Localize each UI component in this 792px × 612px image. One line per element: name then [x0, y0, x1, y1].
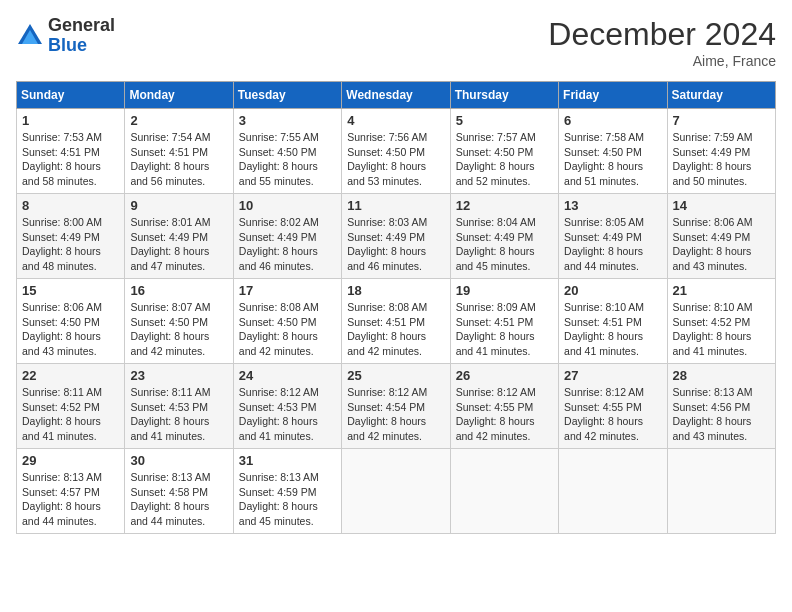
- calendar-cell: 11Sunrise: 8:03 AMSunset: 4:49 PMDayligh…: [342, 194, 450, 279]
- day-info-line: Sunrise: 8:12 AM: [456, 385, 553, 400]
- calendar-cell: 28Sunrise: 8:13 AMSunset: 4:56 PMDayligh…: [667, 364, 775, 449]
- day-info-line: Sunrise: 8:00 AM: [22, 215, 119, 230]
- day-info-line: and 46 minutes.: [239, 259, 336, 274]
- day-info-line: and 42 minutes.: [564, 429, 661, 444]
- day-info-line: Sunrise: 8:13 AM: [673, 385, 770, 400]
- day-info-line: and 42 minutes.: [130, 344, 227, 359]
- day-content: Sunrise: 8:10 AMSunset: 4:51 PMDaylight:…: [564, 300, 661, 359]
- day-info-line: Daylight: 8 hours: [456, 414, 553, 429]
- day-content: Sunrise: 8:08 AMSunset: 4:51 PMDaylight:…: [347, 300, 444, 359]
- day-info-line: Daylight: 8 hours: [130, 159, 227, 174]
- logo-icon: [16, 22, 44, 50]
- day-info-line: Daylight: 8 hours: [347, 329, 444, 344]
- day-info-line: Sunset: 4:51 PM: [22, 145, 119, 160]
- day-info-line: Daylight: 8 hours: [22, 414, 119, 429]
- calendar-cell: 25Sunrise: 8:12 AMSunset: 4:54 PMDayligh…: [342, 364, 450, 449]
- day-info-line: Daylight: 8 hours: [456, 329, 553, 344]
- day-info-line: Sunset: 4:49 PM: [130, 230, 227, 245]
- day-info-line: Sunset: 4:50 PM: [456, 145, 553, 160]
- day-info-line: Sunrise: 8:02 AM: [239, 215, 336, 230]
- day-content: Sunrise: 8:08 AMSunset: 4:50 PMDaylight:…: [239, 300, 336, 359]
- calendar-week-row: 15Sunrise: 8:06 AMSunset: 4:50 PMDayligh…: [17, 279, 776, 364]
- day-info-line: Sunrise: 8:11 AM: [130, 385, 227, 400]
- day-info-line: and 44 minutes.: [22, 514, 119, 529]
- day-info-line: Sunset: 4:59 PM: [239, 485, 336, 500]
- day-info-line: and 45 minutes.: [239, 514, 336, 529]
- weekday-header: Saturday: [667, 82, 775, 109]
- day-content: Sunrise: 7:59 AMSunset: 4:49 PMDaylight:…: [673, 130, 770, 189]
- calendar-body: 1Sunrise: 7:53 AMSunset: 4:51 PMDaylight…: [17, 109, 776, 534]
- day-info-line: Sunset: 4:55 PM: [564, 400, 661, 415]
- day-number: 23: [130, 368, 227, 383]
- day-number: 2: [130, 113, 227, 128]
- day-content: Sunrise: 7:57 AMSunset: 4:50 PMDaylight:…: [456, 130, 553, 189]
- day-info-line: and 47 minutes.: [130, 259, 227, 274]
- day-info-line: and 42 minutes.: [347, 344, 444, 359]
- calendar-cell: 18Sunrise: 8:08 AMSunset: 4:51 PMDayligh…: [342, 279, 450, 364]
- day-content: Sunrise: 8:12 AMSunset: 4:55 PMDaylight:…: [564, 385, 661, 444]
- day-content: Sunrise: 7:58 AMSunset: 4:50 PMDaylight:…: [564, 130, 661, 189]
- day-info-line: and 44 minutes.: [564, 259, 661, 274]
- day-info-line: Daylight: 8 hours: [130, 499, 227, 514]
- day-info-line: Sunrise: 7:53 AM: [22, 130, 119, 145]
- day-info-line: Sunset: 4:49 PM: [564, 230, 661, 245]
- day-number: 15: [22, 283, 119, 298]
- calendar-cell: 15Sunrise: 8:06 AMSunset: 4:50 PMDayligh…: [17, 279, 125, 364]
- day-number: 24: [239, 368, 336, 383]
- day-number: 17: [239, 283, 336, 298]
- day-info-line: Sunset: 4:56 PM: [673, 400, 770, 415]
- day-content: Sunrise: 8:10 AMSunset: 4:52 PMDaylight:…: [673, 300, 770, 359]
- calendar-cell: [342, 449, 450, 534]
- day-info-line: Sunrise: 8:06 AM: [22, 300, 119, 315]
- day-info-line: Sunset: 4:50 PM: [22, 315, 119, 330]
- calendar-cell: 20Sunrise: 8:10 AMSunset: 4:51 PMDayligh…: [559, 279, 667, 364]
- day-info-line: and 51 minutes.: [564, 174, 661, 189]
- weekday-header: Thursday: [450, 82, 558, 109]
- day-number: 19: [456, 283, 553, 298]
- calendar-cell: 1Sunrise: 7:53 AMSunset: 4:51 PMDaylight…: [17, 109, 125, 194]
- day-number: 7: [673, 113, 770, 128]
- day-number: 8: [22, 198, 119, 213]
- day-content: Sunrise: 7:53 AMSunset: 4:51 PMDaylight:…: [22, 130, 119, 189]
- day-info-line: Sunset: 4:51 PM: [564, 315, 661, 330]
- day-number: 21: [673, 283, 770, 298]
- calendar-cell: 17Sunrise: 8:08 AMSunset: 4:50 PMDayligh…: [233, 279, 341, 364]
- calendar-cell: 5Sunrise: 7:57 AMSunset: 4:50 PMDaylight…: [450, 109, 558, 194]
- day-info-line: and 52 minutes.: [456, 174, 553, 189]
- day-content: Sunrise: 8:02 AMSunset: 4:49 PMDaylight:…: [239, 215, 336, 274]
- day-content: Sunrise: 8:12 AMSunset: 4:55 PMDaylight:…: [456, 385, 553, 444]
- calendar-cell: 2Sunrise: 7:54 AMSunset: 4:51 PMDaylight…: [125, 109, 233, 194]
- day-info-line: Sunrise: 8:10 AM: [673, 300, 770, 315]
- weekday-header: Sunday: [17, 82, 125, 109]
- day-number: 28: [673, 368, 770, 383]
- day-info-line: Daylight: 8 hours: [130, 329, 227, 344]
- day-content: Sunrise: 8:04 AMSunset: 4:49 PMDaylight:…: [456, 215, 553, 274]
- day-number: 10: [239, 198, 336, 213]
- calendar-table: SundayMondayTuesdayWednesdayThursdayFrid…: [16, 81, 776, 534]
- day-content: Sunrise: 8:13 AMSunset: 4:58 PMDaylight:…: [130, 470, 227, 529]
- day-number: 18: [347, 283, 444, 298]
- day-info-line: Sunset: 4:55 PM: [456, 400, 553, 415]
- day-info-line: Daylight: 8 hours: [673, 244, 770, 259]
- day-number: 14: [673, 198, 770, 213]
- day-content: Sunrise: 8:13 AMSunset: 4:59 PMDaylight:…: [239, 470, 336, 529]
- day-info-line: Sunset: 4:50 PM: [239, 315, 336, 330]
- day-info-line: Sunrise: 8:06 AM: [673, 215, 770, 230]
- day-info-line: Sunset: 4:58 PM: [130, 485, 227, 500]
- day-number: 3: [239, 113, 336, 128]
- day-info-line: Sunrise: 8:08 AM: [347, 300, 444, 315]
- day-info-line: Sunrise: 8:13 AM: [22, 470, 119, 485]
- day-info-line: Sunset: 4:49 PM: [22, 230, 119, 245]
- day-info-line: Daylight: 8 hours: [456, 244, 553, 259]
- day-number: 29: [22, 453, 119, 468]
- day-info-line: Sunset: 4:49 PM: [239, 230, 336, 245]
- day-info-line: and 42 minutes.: [347, 429, 444, 444]
- day-info-line: Daylight: 8 hours: [239, 244, 336, 259]
- day-info-line: Sunset: 4:50 PM: [564, 145, 661, 160]
- day-info-line: Sunrise: 8:03 AM: [347, 215, 444, 230]
- title-section: December 2024 Aime, France: [548, 16, 776, 69]
- day-info-line: and 42 minutes.: [239, 344, 336, 359]
- day-content: Sunrise: 8:07 AMSunset: 4:50 PMDaylight:…: [130, 300, 227, 359]
- calendar-cell: 16Sunrise: 8:07 AMSunset: 4:50 PMDayligh…: [125, 279, 233, 364]
- day-info-line: Sunset: 4:51 PM: [130, 145, 227, 160]
